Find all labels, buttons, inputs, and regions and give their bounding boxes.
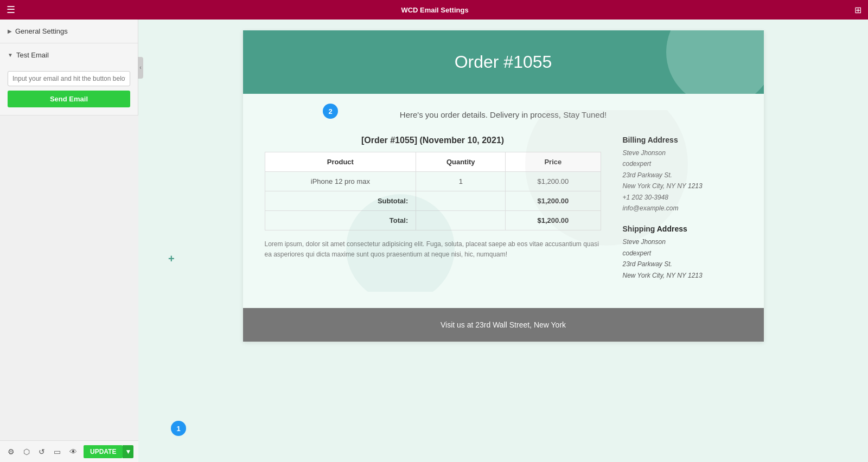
email-footer-text: Visit us at 23rd Wall Street, New York [441, 320, 566, 329]
billing-street: 23rd Parkway St. [623, 170, 742, 181]
total-label: Total: [265, 211, 416, 230]
general-settings-arrow: ▶ [8, 28, 12, 34]
billing-name: Steve Jhonson [623, 147, 742, 158]
shipping-address-title: Shipping Address [623, 224, 742, 233]
top-bar: ☰ WCD Email Settings ⊞ [0, 0, 868, 20]
shipping-address-block: Shipping Address Steve Jhonson codexpert… [623, 224, 742, 281]
shipping-name: Steve Jhonson [623, 236, 742, 247]
subtotal-value: $1,200.00 [506, 191, 601, 211]
annotation-2: 2 [323, 104, 338, 119]
email-footer: Visit us at 23rd Wall Street, New York [243, 308, 764, 342]
email-input[interactable] [8, 71, 130, 86]
email-preview: Order #1055 Here's you order details. De… [243, 30, 764, 342]
billing-address-block: Billing Address Steve Jhonson codexpert … [623, 136, 742, 214]
cell-price: $1,200.00 [506, 172, 601, 191]
update-button[interactable]: UPDATE [84, 445, 123, 458]
col-price: Price [506, 152, 601, 172]
billing-city: New York City, NY NY 1213 [623, 181, 742, 191]
shipping-company: codexpert [623, 248, 742, 259]
billing-company: codexpert [623, 158, 742, 169]
email-body: Here's you order details. Delivery in pr… [243, 94, 764, 308]
total-empty [416, 211, 506, 230]
settings-icon-button[interactable]: ⚙ [5, 446, 17, 457]
col-product: Product [265, 152, 416, 172]
update-group: UPDATE ▼ [84, 445, 133, 458]
email-header: Order #1055 [243, 30, 764, 94]
subtotal-empty [416, 191, 506, 211]
billing-email: info@example.com [623, 203, 742, 214]
test-email-section: ▼ Test Email Send Email [0, 43, 138, 116]
order-addresses: Billing Address Steve Jhonson codexpert … [623, 136, 742, 292]
test-email-arrow: ▼ [8, 52, 13, 58]
test-email-body: Send Email [0, 67, 138, 115]
sidebar-wrapper: ▶ General Settings ▼ Test Email Send Ema… [0, 20, 138, 462]
annotation-1: 1 [171, 421, 186, 436]
update-dropdown-button[interactable]: ▼ [123, 445, 133, 458]
main-area: 2 + Order #1055 Here's you order details… [138, 20, 868, 462]
test-email-header[interactable]: ▼ Test Email [0, 43, 138, 67]
general-settings-section: ▶ General Settings [0, 20, 138, 43]
subtotal-row: Subtotal: $1,200.00 [265, 191, 601, 211]
send-email-button[interactable]: Send Email [8, 91, 130, 107]
order-content: [Order #1055] (November 10, 2021) Produc… [265, 136, 742, 292]
history-icon-button[interactable]: ↺ [36, 446, 47, 457]
shipping-city: New York City, NY NY 1213 [623, 270, 742, 281]
eye-icon-button[interactable]: 👁 [67, 446, 79, 457]
billing-phone: +1 202 30-3948 [623, 192, 742, 203]
lorem-text: Lorem ipsum, dolor sit amet consectetur … [265, 239, 601, 260]
bottom-toolbar: ⚙ ⬡ ↺ ▭ 👁 UPDATE ▼ [0, 440, 138, 462]
app-title: WCD Email Settings [401, 6, 468, 14]
order-table-title: [Order #1055] (November 10, 2021) [265, 136, 601, 145]
table-row: iPhone 12 pro max 1 $1,200.00 [265, 172, 601, 191]
layers-icon-button[interactable]: ⬡ [21, 446, 32, 457]
sidebar: ▶ General Settings ▼ Test Email Send Ema… [0, 20, 138, 116]
table-header-row: Product Quantity Price [265, 152, 601, 172]
sidebar-collapse-handle[interactable]: ‹ [138, 57, 143, 79]
mobile-preview-button[interactable]: ▭ [52, 446, 63, 457]
cell-quantity: 1 [416, 172, 506, 191]
add-section-icon[interactable]: + [168, 253, 175, 265]
order-main: [Order #1055] (November 10, 2021) Produc… [265, 136, 601, 260]
general-settings-label: General Settings [15, 27, 68, 35]
hamburger-icon[interactable]: ☰ [7, 4, 15, 16]
order-table: Product Quantity Price iPhone 12 pro max… [265, 152, 601, 230]
billing-address-title: Billing Address [623, 136, 742, 144]
total-row: Total: $1,200.00 [265, 211, 601, 230]
total-value: $1,200.00 [506, 211, 601, 230]
subtotal-label: Subtotal: [265, 191, 416, 211]
shipping-street: 23rd Parkway St. [623, 259, 742, 270]
grid-icon[interactable]: ⊞ [854, 5, 861, 15]
test-email-label: Test Email [16, 51, 49, 59]
cell-product: iPhone 12 pro max [265, 172, 416, 191]
general-settings-header[interactable]: ▶ General Settings [0, 20, 138, 43]
col-quantity: Quantity [416, 152, 506, 172]
